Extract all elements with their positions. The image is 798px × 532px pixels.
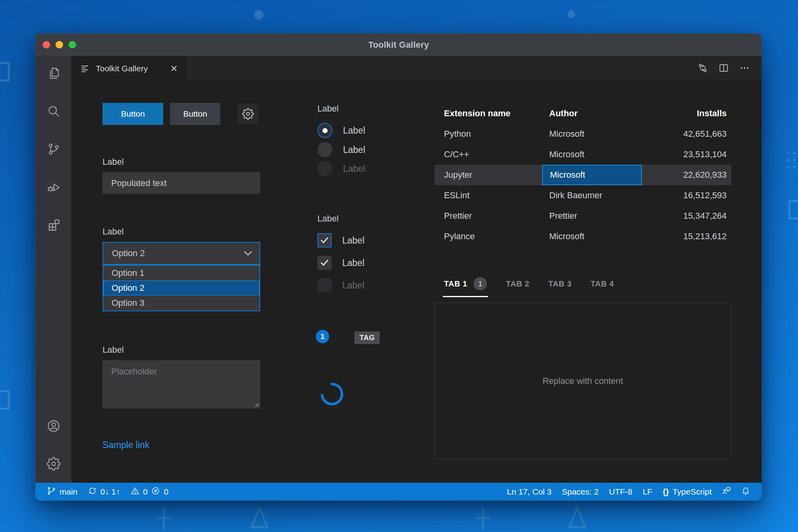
radio-label: Label: [343, 125, 365, 136]
icon-button[interactable]: [238, 104, 258, 124]
tab-close-icon[interactable]: ✕: [170, 64, 178, 73]
dropdown-option-selected[interactable]: Option 2: [103, 281, 259, 296]
dropdown-option[interactable]: Option 1: [103, 266, 259, 281]
dropdown-listbox: Option 1 Option 2 Option 3: [103, 265, 260, 311]
error-icon: [151, 486, 160, 497]
panel-tab[interactable]: TAB 2: [506, 279, 529, 288]
warning-icon: [131, 486, 140, 497]
search-icon[interactable]: [43, 100, 65, 122]
gear-icon: [242, 108, 254, 120]
run-debug-icon[interactable]: [43, 176, 65, 198]
branch-name: main: [60, 487, 78, 497]
eol-sequence[interactable]: LF: [638, 487, 658, 497]
radio-group-label: Label: [317, 104, 339, 114]
cursor-position[interactable]: Ln 17, Col 3: [502, 487, 557, 497]
dropdown-value: Option 2: [112, 248, 145, 259]
grid-row[interactable]: C/C++Microsoft23,513,104: [434, 144, 731, 165]
editor-actions: [697, 56, 762, 81]
grid-row[interactable]: PylanceMicrosoft15,213,612: [434, 226, 731, 247]
panel-tab-bar: TAB 1 1 TAB 2 TAB 3 TAB 4: [444, 277, 614, 290]
bell-icon: [741, 486, 750, 497]
titlebar: Toolkit Gallery: [35, 33, 762, 56]
column-header[interactable]: Author: [542, 103, 642, 124]
dropdown-select[interactable]: Option 2: [103, 242, 260, 265]
sync-icon: [88, 486, 97, 497]
data-grid-header: Extension name Author Installs: [434, 103, 731, 124]
column-header[interactable]: Installs: [642, 103, 731, 124]
grid-row[interactable]: PrettierPrettier15,347,264: [434, 206, 731, 226]
panel-tab-active[interactable]: TAB 1 1: [444, 277, 487, 290]
status-bar-right: Ln 17, Col 3 Spaces: 2 UTF-8 LF {} TypeS…: [502, 486, 755, 497]
explorer-icon[interactable]: [43, 62, 65, 84]
panel-tab-label: TAB 1: [444, 279, 467, 288]
checkbox-label: Label: [342, 258, 364, 268]
primary-button[interactable]: Button: [103, 103, 163, 125]
more-actions-icon[interactable]: [739, 63, 750, 75]
grid-row-selected[interactable]: Jupyter Microsoft 22,620,933: [434, 165, 731, 185]
panel-tab[interactable]: TAB 4: [591, 279, 614, 288]
checkbox-label: Label: [342, 280, 364, 291]
feedback-icon: [722, 486, 731, 497]
button-row: Button Button: [103, 103, 258, 125]
dropdown-label: Label: [103, 227, 124, 237]
column-header[interactable]: Extension name: [434, 103, 542, 124]
app-window: Toolkit Gallery: [35, 33, 762, 500]
feedback-item[interactable]: [717, 486, 736, 497]
radio-label: Label: [343, 164, 365, 174]
window-title: Toolkit Gallery: [368, 40, 429, 50]
open-changes-icon[interactable]: [697, 63, 708, 75]
sync-indicator[interactable]: 0↓ 1↑: [83, 486, 125, 497]
error-count: 0: [164, 487, 168, 497]
radio-disabled-icon: [317, 161, 332, 176]
traffic-lights: [43, 33, 76, 56]
checkbox-option-checked[interactable]: Label: [317, 256, 364, 270]
encoding[interactable]: UTF-8: [604, 487, 638, 497]
radio-option[interactable]: Label: [317, 142, 365, 157]
progress-ring: [320, 382, 344, 406]
language-mode[interactable]: {} TypeScript: [657, 487, 717, 497]
text-area-label: Label: [103, 345, 124, 355]
extensions-icon[interactable]: [43, 214, 65, 236]
problems-indicator[interactable]: 0 0: [125, 486, 173, 497]
panel-tab[interactable]: TAB 3: [548, 279, 572, 288]
notifications-item[interactable]: [736, 486, 755, 497]
editor-tab-strip: Toolkit Gallery ✕: [71, 56, 762, 81]
account-icon[interactable]: [43, 415, 65, 437]
radio-option-disabled: Label: [317, 161, 365, 176]
zoom-window-button[interactable]: [69, 41, 76, 48]
grid-cell-selected[interactable]: Microsoft: [542, 165, 642, 185]
radio-option-checked[interactable]: Label: [317, 123, 365, 138]
panel-placeholder-text: Replace with content: [543, 376, 623, 386]
dropdown-option[interactable]: Option 3: [103, 296, 259, 311]
language-name: TypeScript: [673, 487, 712, 497]
checkbox-checked-icon: [317, 256, 332, 270]
checkbox-option-checked-focused[interactable]: Label: [317, 233, 364, 247]
warning-count: 0: [143, 487, 148, 497]
desktop: Toolkit Gallery: [0, 0, 798, 532]
split-editor-icon[interactable]: [718, 63, 729, 75]
checkbox-checked-icon: [317, 233, 332, 247]
radio-checked-icon: [317, 123, 332, 138]
grid-row[interactable]: ESLintDirk Baeumer16,512,593: [434, 185, 731, 206]
data-grid: Extension name Author Installs PythonMic…: [434, 103, 731, 247]
minimize-window-button[interactable]: [56, 41, 63, 48]
close-window-button[interactable]: [43, 41, 50, 48]
git-branch-icon: [47, 486, 56, 497]
braces-icon: {}: [662, 487, 669, 497]
tag-chip: TAG: [354, 331, 380, 344]
text-area[interactable]: [103, 360, 260, 409]
secondary-button[interactable]: Button: [170, 103, 220, 125]
radio-unchecked-icon: [317, 142, 332, 157]
checkbox-group-label: Label: [317, 214, 339, 224]
source-control-icon[interactable]: [43, 138, 65, 160]
tab-toolkit-gallery[interactable]: Toolkit Gallery ✕: [71, 56, 186, 81]
chevron-down-icon: [244, 251, 252, 256]
settings-gear-icon[interactable]: [43, 453, 65, 475]
count-badge: 1: [316, 330, 329, 343]
branch-indicator[interactable]: main: [42, 486, 83, 497]
sample-link[interactable]: Sample link: [103, 440, 149, 450]
list-flat-icon: [80, 64, 89, 73]
indentation[interactable]: Spaces: 2: [557, 487, 604, 497]
grid-row[interactable]: PythonMicrosoft42,651,663: [434, 124, 731, 144]
text-field[interactable]: [103, 172, 260, 194]
